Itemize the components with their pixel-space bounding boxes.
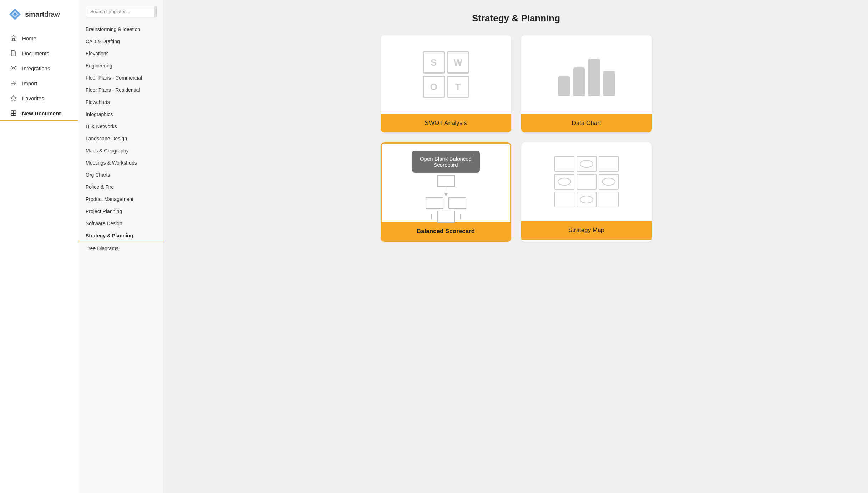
main-content: Strategy & Planning S W O T SWOT Analysi…	[164, 0, 868, 493]
flowchart-diagram	[426, 175, 466, 223]
sidebar-item-import[interactable]: Import	[0, 76, 78, 91]
logo: smartdraw	[0, 0, 78, 28]
sidebar-item-integrations[interactable]: Integrations	[0, 61, 78, 76]
sm-cell-r2c1	[554, 174, 574, 190]
category-strategy-planning[interactable]: Strategy & Planning	[78, 230, 164, 242]
new-document-icon	[10, 110, 17, 117]
card-balanced-scorecard-label: Balanced Scorecard	[382, 222, 510, 241]
category-elevations[interactable]: Elevations	[78, 47, 164, 60]
search-input[interactable]	[86, 6, 154, 17]
bar-2	[573, 67, 585, 96]
sidebar-label-new-document: New Document	[22, 110, 61, 116]
card-data-chart-preview	[521, 35, 652, 114]
sm-ellipse-r2l	[558, 178, 571, 186]
flow-arrow-down-1	[446, 187, 446, 193]
bar-4	[603, 71, 615, 96]
arrowhead-down-1	[444, 193, 448, 196]
card-swot-label: SWOT Analysis	[381, 114, 511, 132]
sm-cell-r2c2	[577, 174, 597, 190]
category-maps-geography[interactable]: Maps & Geography	[78, 145, 164, 157]
sm-ellipse-r3	[580, 196, 593, 203]
flow-bottom-row	[428, 211, 463, 223]
svg-point-3	[13, 67, 15, 69]
svg-marker-5	[11, 96, 16, 101]
card-strategy-map-label: Strategy Map	[521, 221, 652, 240]
category-infographics[interactable]: Infographics	[78, 108, 164, 120]
category-flowcharts[interactable]: Flowcharts	[78, 96, 164, 108]
sm-cell-r1c2	[577, 156, 597, 172]
category-floor-plans-residential[interactable]: Floor Plans - Residential	[78, 84, 164, 96]
sm-cell-r1c1	[554, 156, 574, 172]
sm-cell-r3c3	[599, 192, 619, 207]
sm-ellipse-r1	[580, 160, 593, 168]
favorites-icon	[10, 95, 17, 102]
flow-box-left	[426, 197, 443, 209]
sm-cell-r3c1	[554, 192, 574, 207]
sidebar: smartdraw Home Documents	[0, 0, 78, 493]
cards-grid: S W O T SWOT Analysis Data Chart	[381, 35, 652, 242]
sidebar-label-integrations: Integrations	[22, 65, 50, 71]
card-swot[interactable]: S W O T SWOT Analysis	[381, 35, 511, 132]
card-balanced-scorecard-preview: Open Blank Balanced Scorecard	[382, 144, 510, 222]
category-list: Brainstorming & Ideation CAD & Drafting …	[78, 23, 164, 255]
nav-list: Home Documents Integrations	[0, 28, 78, 124]
sm-cell-r1c3	[599, 156, 619, 172]
category-engineering[interactable]: Engineering	[78, 60, 164, 72]
card-swot-preview: S W O T	[381, 35, 511, 114]
swot-o: O	[423, 76, 445, 98]
integrations-icon	[10, 65, 17, 72]
logo-text: smartdraw	[25, 10, 60, 19]
search-button[interactable]	[154, 6, 157, 17]
card-balanced-scorecard[interactable]: Open Blank Balanced Scorecard	[381, 142, 511, 242]
category-tree-diagrams[interactable]: Tree Diagrams	[78, 242, 164, 255]
flow-right-col	[448, 197, 466, 209]
category-org-charts[interactable]: Org Charts	[78, 169, 164, 181]
swot-t: T	[447, 76, 469, 98]
category-it-networks[interactable]: IT & Networks	[78, 120, 164, 132]
import-icon	[10, 80, 17, 87]
swot-grid: S W O T	[423, 51, 469, 98]
category-cad[interactable]: CAD & Drafting	[78, 35, 164, 47]
sidebar-label-favorites: Favorites	[22, 95, 44, 101]
sm-cell-r2c3	[599, 174, 619, 190]
category-meetings-workshops[interactable]: Meetings & Workshops	[78, 157, 164, 169]
chart-bars	[555, 53, 618, 96]
category-software-design[interactable]: Software Design	[78, 217, 164, 230]
category-brainstorming[interactable]: Brainstorming & Ideation	[78, 23, 164, 35]
sidebar-label-documents: Documents	[22, 50, 49, 56]
flow-box-bottom	[437, 211, 455, 223]
search-box[interactable]	[86, 6, 157, 17]
sm-cell-r3c2	[577, 192, 597, 207]
sidebar-item-favorites[interactable]: Favorites	[0, 91, 78, 106]
sm-ellipse-r2r	[602, 178, 615, 186]
swot-s: S	[423, 51, 445, 74]
document-icon	[10, 50, 17, 57]
sidebar-item-home[interactable]: Home	[0, 31, 78, 46]
category-police-fire[interactable]: Police & Fire	[78, 181, 164, 193]
category-floor-plans-commercial[interactable]: Floor Plans - Commercial	[78, 72, 164, 84]
page-title: Strategy & Planning	[178, 13, 854, 24]
svg-marker-9	[444, 193, 448, 196]
arrow-with-head	[444, 193, 448, 196]
sidebar-item-new-document[interactable]: New Document	[0, 106, 78, 121]
flow-box-top	[437, 175, 455, 187]
bar-3	[588, 59, 600, 96]
category-panel: Brainstorming & Ideation CAD & Drafting …	[78, 0, 164, 493]
sidebar-label-home: Home	[22, 35, 36, 41]
flow-boxes-row	[426, 197, 466, 209]
flow-arrow-down-right	[460, 214, 461, 219]
card-data-chart[interactable]: Data Chart	[521, 35, 652, 132]
sidebar-item-documents[interactable]: Documents	[0, 46, 78, 61]
hover-overlay-balanced-scorecard: Open Blank Balanced Scorecard	[412, 151, 480, 173]
sidebar-label-import: Import	[22, 80, 37, 86]
card-data-chart-label: Data Chart	[521, 114, 652, 132]
card-strategy-map-preview	[521, 142, 652, 221]
smartdraw-logo-icon	[9, 8, 21, 21]
category-product-management[interactable]: Product Management	[78, 193, 164, 205]
flow-left-col	[426, 197, 443, 209]
swot-w: W	[447, 51, 469, 74]
category-landscape-design[interactable]: Landscape Design	[78, 132, 164, 145]
category-project-planning[interactable]: Project Planning	[78, 205, 164, 217]
card-strategy-map[interactable]: Strategy Map	[521, 142, 652, 242]
bar-1	[558, 76, 570, 96]
